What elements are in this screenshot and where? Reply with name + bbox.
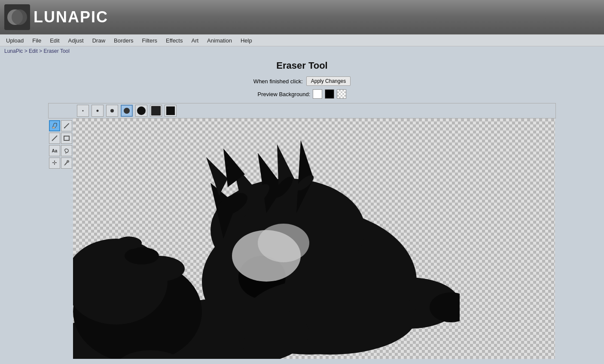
tool-row-1 — [49, 120, 72, 131]
logo-icon — [4, 4, 30, 30]
brush-size-5[interactable] — [135, 105, 147, 117]
rect-tool-btn[interactable] — [61, 133, 72, 144]
svg-point-6 — [137, 106, 146, 115]
navbar: Upload File Edit Adjust Draw Borders Fil… — [0, 34, 604, 46]
brush-size-1[interactable] — [77, 105, 89, 117]
nav-edit[interactable]: Edit — [46, 36, 64, 46]
svg-rect-14 — [64, 136, 69, 140]
svg-line-11 — [64, 124, 69, 128]
svg-text:✛: ✛ — [52, 160, 57, 166]
svg-rect-8 — [166, 106, 175, 115]
preview-bg-label: Preview Background: — [258, 91, 311, 97]
tool-row-4: ✛ — [49, 158, 72, 169]
apply-changes-button[interactable]: Apply Changes — [306, 76, 351, 86]
brush-size-3[interactable] — [106, 105, 118, 117]
svg-point-2 — [82, 110, 84, 112]
canvas-area[interactable] — [73, 118, 555, 359]
brush-size-2[interactable] — [92, 105, 104, 117]
svg-rect-7 — [151, 106, 161, 115]
tool-row-3: Aa — [49, 145, 72, 156]
preview-row: Preview Background: — [258, 89, 347, 99]
breadcrumb-lunapic[interactable]: LunaPic — [4, 48, 23, 54]
brush-size-6[interactable] — [150, 105, 162, 117]
text-tool-btn[interactable]: Aa — [49, 145, 60, 156]
eyedropper-tool-btn[interactable] — [61, 158, 72, 169]
editor-body: Aa ✛ — [48, 118, 555, 359]
pencil-tool-btn[interactable] — [61, 120, 72, 131]
page-title: Eraser Tool — [276, 60, 327, 71]
top-toolbar — [48, 103, 556, 118]
svg-point-1 — [12, 9, 27, 25]
svg-line-13 — [52, 136, 57, 141]
svg-point-4 — [110, 109, 114, 112]
apply-row: When finished click: Apply Changes — [253, 76, 351, 86]
breadcrumb-current: Eraser Tool — [43, 48, 69, 54]
nav-upload[interactable]: Upload — [2, 36, 28, 46]
svg-point-3 — [97, 110, 99, 112]
main-content: Eraser Tool When finished click: Apply C… — [0, 56, 604, 359]
brush-size-4[interactable] — [121, 105, 133, 117]
svg-point-51 — [258, 224, 309, 262]
preview-bg-white[interactable] — [313, 89, 322, 99]
eraser-tool-btn[interactable] — [49, 120, 60, 131]
move-tool-btn[interactable]: ✛ — [49, 158, 60, 169]
svg-rect-10 — [52, 127, 55, 128]
lasso-tool-btn[interactable] — [61, 145, 72, 156]
header: LUNAPIC — [0, 0, 604, 34]
wolf-image[interactable] — [73, 118, 460, 359]
breadcrumb: LunaPic > Edit > Eraser Tool — [0, 46, 604, 56]
svg-point-44 — [116, 237, 142, 249]
nav-borders[interactable]: Borders — [110, 36, 138, 46]
controls-area: When finished click: Apply Changes Previ… — [253, 76, 351, 99]
preview-bg-black[interactable] — [325, 89, 334, 99]
nav-filters[interactable]: Filters — [138, 36, 162, 46]
nav-effects[interactable]: Effects — [162, 36, 187, 46]
breadcrumb-edit[interactable]: Edit — [29, 48, 38, 54]
nav-animation[interactable]: Animation — [203, 36, 236, 46]
logo-text: LUNAPIC — [34, 8, 108, 26]
tool-row-2 — [49, 133, 72, 144]
left-toolbar: Aa ✛ — [48, 118, 73, 359]
svg-line-15 — [66, 152, 66, 154]
preview-bg-checker[interactable] — [337, 89, 346, 99]
logo-area: LUNAPIC — [4, 4, 108, 30]
nav-adjust[interactable]: Adjust — [64, 36, 88, 46]
breadcrumb-sep1: > — [24, 48, 29, 54]
nav-help[interactable]: Help — [236, 36, 256, 46]
nav-art[interactable]: Art — [187, 36, 203, 46]
svg-point-5 — [124, 108, 130, 114]
nav-draw[interactable]: Draw — [88, 36, 110, 46]
editor-area: Aa ✛ — [48, 103, 556, 359]
breadcrumb-sep2: > — [39, 48, 43, 54]
line-tool-btn[interactable] — [49, 133, 60, 144]
svg-point-18 — [67, 161, 69, 163]
nav-file[interactable]: File — [28, 36, 46, 46]
brush-size-7[interactable] — [165, 105, 177, 117]
when-finished-label: When finished click: — [253, 78, 303, 85]
svg-point-43 — [125, 247, 159, 264]
